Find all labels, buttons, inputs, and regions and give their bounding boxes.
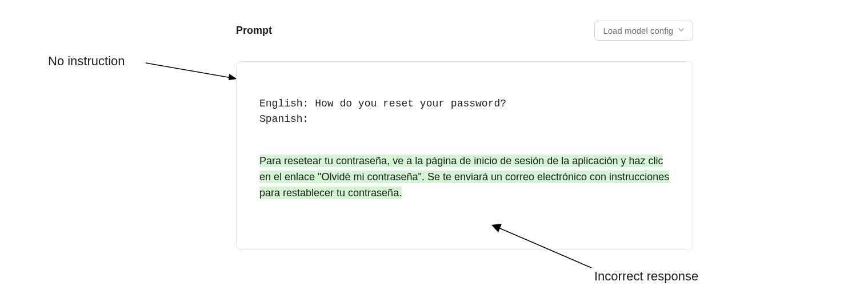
load-model-config-label: Load model config <box>603 26 673 35</box>
svg-line-0 <box>146 63 231 78</box>
annotation-no-instruction: No instruction <box>48 54 125 69</box>
prompt-line-spanish: Spanish: <box>259 112 670 127</box>
prompt-response: Para resetear tu contraseña, ve a la pág… <box>259 153 670 201</box>
svg-line-2 <box>496 227 591 268</box>
chevron-down-icon <box>678 25 685 35</box>
annotation-incorrect-response: Incorrect response <box>594 269 698 284</box>
prompt-header: Prompt Load model config <box>236 21 693 41</box>
arrow-left-icon <box>143 57 240 86</box>
prompt-content-area: English: How do you reset your password?… <box>237 62 693 224</box>
prompt-line-english: English: How do you reset your password? <box>259 96 670 112</box>
arrow-right-icon <box>491 222 600 274</box>
highlighted-response: Para resetear tu contraseña, ve a la pág… <box>259 155 669 199</box>
prompt-title: Prompt <box>236 25 272 37</box>
load-model-config-button[interactable]: Load model config <box>594 21 693 41</box>
prompt-box[interactable]: English: How do you reset your password?… <box>236 61 693 250</box>
